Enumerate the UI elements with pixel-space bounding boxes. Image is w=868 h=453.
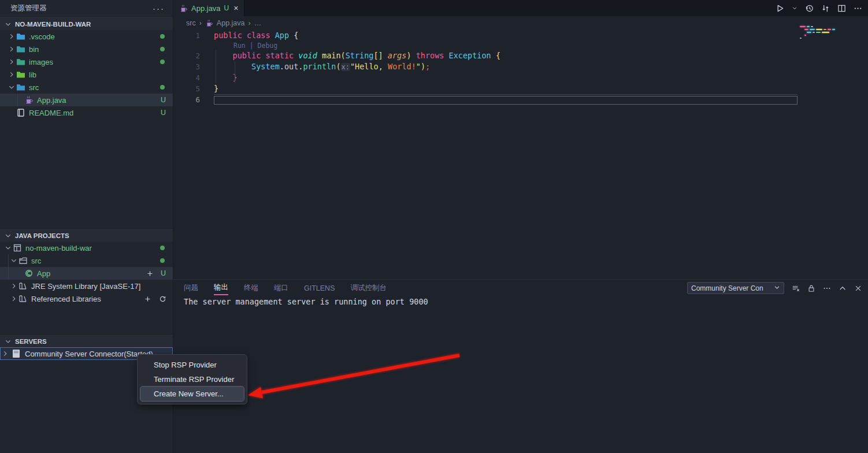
git-modified-dot <box>160 47 165 51</box>
refresh-icon[interactable] <box>158 294 167 303</box>
menu-item-terminate-rsp-provider[interactable]: Terminate RSP Provider <box>140 372 244 387</box>
chevron-right-icon[interactable] <box>9 281 18 291</box>
output-channel-value: Community Server Con <box>691 284 763 292</box>
java-file-icon <box>24 95 34 105</box>
panel-tab-output[interactable]: 输出 <box>214 280 228 295</box>
section-header-explorer[interactable]: NO-MAVEN-BUILD-WAR <box>0 17 173 30</box>
more-button[interactable] <box>823 284 831 292</box>
maximize-button[interactable] <box>839 284 847 292</box>
tree-item-readme-md[interactable]: README.mdU <box>0 106 173 119</box>
tab-dirty-badge: U <box>224 4 229 12</box>
close-button[interactable] <box>854 284 862 292</box>
split-editor-button[interactable] <box>837 4 846 13</box>
chevron-down-icon[interactable] <box>3 243 13 253</box>
panel-tab-terminal[interactable]: 终端 <box>244 281 258 295</box>
plus-icon[interactable] <box>143 294 152 303</box>
folder-src-icon <box>16 83 25 92</box>
section-header-servers[interactable]: SERVERS <box>0 335 173 347</box>
tree-item-label: App <box>37 269 50 278</box>
git-modified-dot <box>160 85 165 90</box>
indent-guide <box>235 61 235 83</box>
bottom-panel: 问题输出终端端口GITLENS调试控制台 The server manageme… <box>173 279 868 453</box>
chevron-spacer <box>15 269 24 278</box>
line-number: 4 <box>173 72 200 83</box>
tab-close-icon[interactable]: × <box>233 3 238 13</box>
panel-tab-debug-console[interactable]: 调试控制台 <box>351 281 387 295</box>
java-projects-tree: no-maven-build-warsrcAppUJRE System Libr… <box>0 242 173 305</box>
more-button[interactable] <box>854 4 862 13</box>
chevron-right-icon[interactable] <box>7 70 16 79</box>
chevron-down-icon <box>3 231 13 240</box>
code-line-1: 1public class App { <box>173 30 868 41</box>
tree-item-label: no-maven-build-war <box>25 244 92 253</box>
tree-item-app-java[interactable]: App.javaU <box>0 94 173 106</box>
breadcrumb-separator: › <box>199 19 202 27</box>
tree-item-label: .vscode <box>29 32 55 41</box>
editor-area: App.java U × src › App.java › … 1public … <box>173 0 868 279</box>
editor-actions <box>776 0 862 16</box>
lock-button[interactable] <box>807 284 815 292</box>
breadcrumb-more[interactable]: … <box>254 19 262 27</box>
minimap[interactable] <box>800 26 865 40</box>
tree-item-vscode[interactable]: .vscode <box>0 30 173 43</box>
panel-tab-problems[interactable]: 问题 <box>184 281 198 295</box>
tree-item-label: src <box>31 257 41 265</box>
library-icon <box>18 294 28 303</box>
section-label: JAVA PROJECTS <box>15 232 69 239</box>
chevron-down-icon[interactable] <box>9 256 18 265</box>
vscode-window: 资源管理器 ··· NO-MAVEN-BUILD-WAR .vscodebini… <box>0 0 868 453</box>
chevron-down-icon <box>3 20 13 29</box>
codelens-run-link[interactable]: Run <box>233 42 246 50</box>
tree-item-referenced-libraries[interactable]: Referenced Libraries <box>0 292 173 305</box>
menu-item-create-new-server[interactable]: Create New Server... <box>140 387 244 401</box>
tree-item-label: src <box>29 83 39 92</box>
plus-icon[interactable] <box>146 269 155 278</box>
tree-item-jre-system-library[interactable]: JRE System Library [JavaSE-17] <box>0 280 173 292</box>
explorer-title: 资源管理器 <box>10 3 47 13</box>
explorer-tree: .vscodebinimageslibsrcApp.javaUREADME.md… <box>0 30 173 119</box>
tree-item-bin[interactable]: bin <box>0 43 173 55</box>
chevron-spacer <box>15 95 24 105</box>
clear-output-button[interactable] <box>792 284 800 292</box>
chevron-right-icon[interactable] <box>7 44 16 54</box>
package-icon <box>18 256 28 265</box>
chevron-right-icon[interactable] <box>7 32 16 41</box>
output-channel-dropdown[interactable]: Community Server Con <box>687 282 784 294</box>
breadcrumb-file[interactable]: App.java <box>217 19 245 27</box>
history-button[interactable] <box>805 4 814 13</box>
git-untracked-badge: U <box>161 109 166 117</box>
code-text: public static void main(String[] args) t… <box>214 50 500 61</box>
codelens-debug-link[interactable]: Debug <box>258 42 278 50</box>
run-button[interactable] <box>776 4 784 13</box>
section-header-java-projects[interactable]: JAVA PROJECTS <box>0 229 173 242</box>
project-icon <box>13 243 22 253</box>
tree-item-label: App.java <box>37 96 66 105</box>
breadcrumb-src[interactable]: src <box>186 19 196 27</box>
tree-item-src[interactable]: src <box>0 81 173 94</box>
chevron-right-icon[interactable] <box>1 349 10 358</box>
menu-item-stop-rsp-provider[interactable]: Stop RSP Provider <box>140 358 244 372</box>
indent-guide <box>216 50 216 83</box>
chevron-right-icon[interactable] <box>7 57 16 66</box>
code-line-4: 4 } <box>173 72 868 83</box>
tree-item-app-class[interactable]: AppU <box>0 267 173 280</box>
folder-vscode-icon <box>16 32 25 41</box>
tree-item-images[interactable]: images <box>0 55 173 68</box>
current-line-highlight <box>214 96 797 105</box>
code-editor[interactable]: 1public class App {Run | Debug2 public s… <box>173 30 868 279</box>
tree-item-src[interactable]: src <box>0 254 173 267</box>
tree-item-lib[interactable]: lib <box>0 68 173 81</box>
chevron-down-icon[interactable] <box>7 83 16 92</box>
panel-tab-gitlens[interactable]: GITLENS <box>304 282 335 294</box>
folder-bin-icon <box>16 44 25 54</box>
code-text: } <box>214 72 238 83</box>
chevron-right-icon[interactable] <box>9 294 18 303</box>
explorer-more-icon[interactable]: ··· <box>153 3 165 13</box>
tree-item-no-maven-build-war[interactable]: no-maven-build-war <box>0 242 173 254</box>
panel-tab-ports[interactable]: 端口 <box>274 281 288 295</box>
tab-app-java[interactable]: App.java U × <box>173 0 244 16</box>
compare-button[interactable] <box>821 4 830 13</box>
git-untracked-badge: U <box>161 96 166 104</box>
run-chevron-button[interactable] <box>792 5 797 11</box>
server-context-menu: Stop RSP ProviderTerminate RSP ProviderC… <box>137 354 247 404</box>
